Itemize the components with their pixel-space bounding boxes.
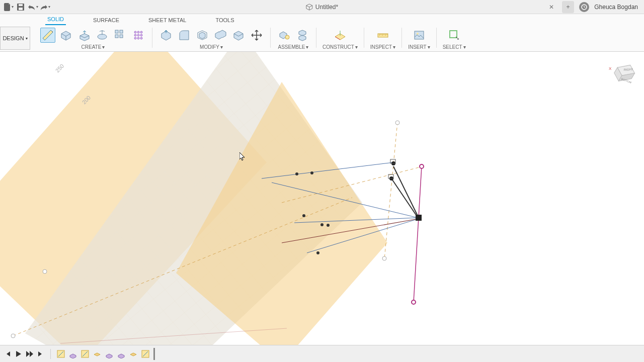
new-component-button[interactable] bbox=[58, 28, 73, 43]
timeline-end-button[interactable] bbox=[36, 349, 45, 358]
notifications-button[interactable] bbox=[579, 2, 589, 12]
svg-point-44 bbox=[327, 224, 330, 227]
caret-down-icon: ▾ bbox=[12, 5, 14, 9]
file-menu-button[interactable]: ▾ bbox=[3, 2, 14, 13]
caret-down-icon: ▾ bbox=[220, 44, 223, 50]
document-title-text: Untitled* bbox=[315, 4, 338, 11]
group-modify-label[interactable]: MODIFY▾ bbox=[200, 44, 223, 50]
svg-rect-5 bbox=[115, 30, 118, 33]
timeline-item[interactable] bbox=[92, 349, 102, 359]
viewcube[interactable]: RIGHT BOTTOM X bbox=[609, 56, 639, 86]
svg-point-39 bbox=[412, 300, 416, 304]
create-sketch-button[interactable] bbox=[40, 28, 55, 43]
timeline-item[interactable] bbox=[56, 349, 66, 359]
caret-down-icon: ▾ bbox=[306, 44, 308, 50]
workspace-label: DESIGN bbox=[3, 35, 24, 41]
svg-point-9 bbox=[134, 31, 136, 33]
ribbon-tabs: SOLID SURFACE SHEET METAL TOOLS bbox=[0, 14, 644, 25]
svg-rect-22 bbox=[450, 31, 457, 38]
timeline-item[interactable] bbox=[116, 349, 126, 359]
redo-button[interactable]: ▾ bbox=[39, 2, 50, 13]
combine-button[interactable] bbox=[213, 28, 228, 43]
timeline-item[interactable] bbox=[68, 349, 78, 359]
separator bbox=[270, 28, 271, 48]
svg-line-34 bbox=[393, 166, 419, 218]
group-inspect-label[interactable]: INSPECT▾ bbox=[370, 44, 395, 50]
quick-access-toolbar: ▾ ▾ ▾ Untitled* ✕ ＋ Gheuca Bogdan bbox=[0, 0, 644, 14]
svg-point-45 bbox=[316, 251, 319, 254]
svg-point-17 bbox=[140, 37, 142, 39]
timeline-item[interactable] bbox=[128, 349, 138, 359]
svg-point-42 bbox=[302, 214, 305, 217]
extrude-button[interactable] bbox=[76, 28, 92, 43]
move-button[interactable] bbox=[249, 28, 264, 43]
svg-point-51 bbox=[395, 121, 399, 125]
group-construct-label[interactable]: CONSTRUCT▾ bbox=[323, 44, 358, 50]
svg-point-54 bbox=[11, 334, 15, 338]
separator bbox=[316, 28, 316, 48]
select-button[interactable] bbox=[447, 28, 462, 43]
timeline-item[interactable] bbox=[140, 349, 150, 359]
svg-point-15 bbox=[134, 37, 136, 39]
svg-point-13 bbox=[137, 34, 139, 36]
tab-solid[interactable]: SOLID bbox=[45, 15, 66, 25]
group-assemble-label[interactable]: ASSEMBLE▾ bbox=[278, 44, 309, 50]
user-name[interactable]: Gheuca Bogdan bbox=[594, 4, 641, 11]
svg-point-4 bbox=[98, 34, 107, 39]
svg-line-35 bbox=[391, 178, 419, 219]
timeline-start-button[interactable] bbox=[3, 349, 12, 358]
caret-down-icon: ▾ bbox=[428, 44, 430, 50]
undo-button[interactable]: ▾ bbox=[27, 2, 38, 13]
svg-point-38 bbox=[420, 164, 424, 168]
caret-down-icon: ▾ bbox=[36, 5, 38, 9]
svg-rect-1 bbox=[19, 4, 23, 6]
svg-point-11 bbox=[140, 31, 142, 33]
timeline-play-button[interactable] bbox=[14, 349, 23, 358]
separator bbox=[50, 349, 51, 359]
timeline-marker[interactable] bbox=[153, 348, 155, 360]
svg-point-12 bbox=[134, 34, 136, 36]
joint-button[interactable] bbox=[277, 28, 292, 43]
svg-rect-7 bbox=[115, 35, 118, 38]
document-title: Untitled* bbox=[306, 4, 338, 11]
revolve-button[interactable] bbox=[95, 28, 110, 43]
svg-rect-20 bbox=[415, 31, 424, 39]
tab-tools[interactable]: TOOLS bbox=[213, 16, 236, 25]
fillet-button[interactable] bbox=[177, 28, 192, 43]
timeline-step-button[interactable] bbox=[25, 349, 34, 358]
tab-sheet-metal[interactable]: SHEET METAL bbox=[146, 16, 188, 25]
measure-button[interactable] bbox=[375, 28, 390, 43]
svg-rect-50 bbox=[416, 215, 422, 221]
timeline-item[interactable] bbox=[80, 349, 90, 359]
save-button[interactable] bbox=[15, 2, 26, 13]
align-button[interactable] bbox=[231, 28, 246, 43]
construct-plane-button[interactable] bbox=[333, 28, 348, 43]
workspace-switcher[interactable]: DESIGN ▾ bbox=[0, 27, 30, 50]
caret-down-icon: ▾ bbox=[393, 44, 395, 50]
group-create-label[interactable]: CREATE▾ bbox=[82, 44, 105, 50]
model-svg: 250 200 bbox=[0, 52, 644, 345]
insert-decal-button[interactable] bbox=[412, 28, 427, 43]
separator bbox=[364, 28, 364, 48]
as-built-joint-button[interactable] bbox=[295, 28, 310, 43]
ribbon: DESIGN ▾ CREATE▾ bbox=[0, 25, 644, 52]
separator bbox=[152, 28, 152, 48]
timeline-item[interactable] bbox=[104, 349, 114, 359]
tab-surface[interactable]: SURFACE bbox=[91, 16, 121, 25]
pattern-button[interactable] bbox=[113, 28, 128, 43]
tab-close-button[interactable]: ✕ bbox=[546, 2, 557, 13]
shell-button[interactable] bbox=[195, 28, 210, 43]
caret-down-icon: ▾ bbox=[102, 44, 105, 50]
group-select-label[interactable]: SELECT▾ bbox=[443, 44, 466, 50]
box-button[interactable] bbox=[131, 28, 146, 43]
new-tab-button[interactable]: ＋ bbox=[562, 1, 574, 13]
group-insert: INSERT▾ bbox=[403, 27, 435, 50]
svg-point-40 bbox=[295, 172, 298, 175]
caret-down-icon: ▾ bbox=[463, 44, 466, 50]
dimension-250: 250 bbox=[54, 63, 65, 74]
group-construct: CONSTRUCT▾ bbox=[317, 27, 363, 50]
svg-rect-8 bbox=[120, 35, 123, 38]
viewport-canvas[interactable]: 250 200 bbox=[0, 52, 644, 345]
press-pull-button[interactable] bbox=[158, 28, 174, 43]
group-insert-label[interactable]: INSERT▾ bbox=[408, 44, 430, 50]
